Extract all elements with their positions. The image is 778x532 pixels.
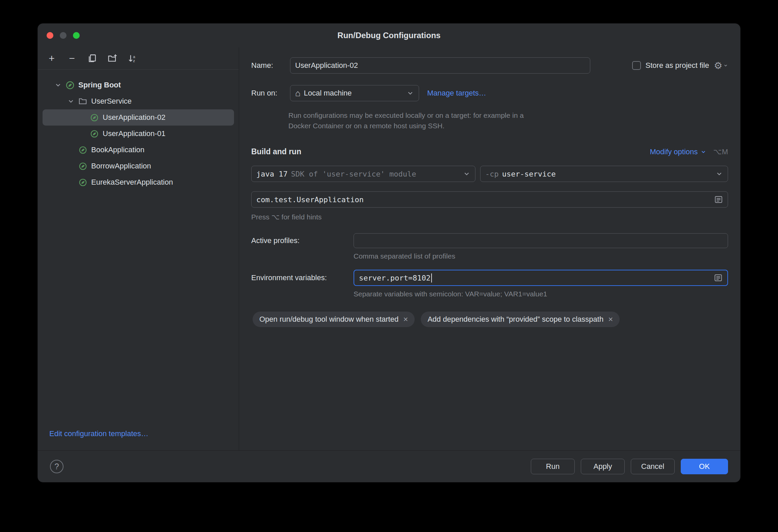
name-row: Name: Store as project file ⚙ [251,57,728,74]
jdk-dropdown[interactable]: java 17 SDK of 'user-service' module [251,166,475,182]
store-as-project-file-label: Store as project file [646,61,709,70]
chip-open-run-debug-tool-window: Open run/debug tool window when started … [253,312,415,327]
tree-item-userapplication-02[interactable]: UserApplication-02 [43,109,234,126]
environment-variables-label: Environment variables: [251,273,354,282]
main-class-field[interactable]: com.test.UserApplication [251,191,728,208]
svg-text:z: z [133,59,135,63]
tree-item-label: UserService [91,97,132,106]
chevron-down-icon[interactable] [64,98,78,105]
run-on-row: Run on: ⌂ Local machine Manage targets… [251,85,728,101]
modify-options-shortcut: ⌥M [713,148,728,156]
spring-boot-icon [89,129,99,139]
run-on-label: Run on: [251,89,290,98]
jdk-description: SDK of 'user-service' module [291,170,416,178]
configurations-tree: Spring Boot UserService UserApplicati [38,70,239,190]
gear-glyph: ⚙ [714,60,722,71]
cp-flag: -cp [485,170,499,178]
build-and-run-header: Build and run Modify options ⌥M [251,147,728,156]
main-class-value: com.test.UserApplication [256,195,364,204]
tree-item-label: BorrowApplication [91,162,151,170]
chip-label: Open run/debug tool window when started [259,315,398,324]
text-cursor [431,273,432,283]
copy-configuration-icon[interactable] [87,53,97,63]
local-machine-icon: ⌂ [295,88,301,99]
build-and-run-title: Build and run [251,147,301,156]
configuration-form: Name: Store as project file ⚙ Run on: [239,47,740,450]
tree-item-spring-boot[interactable]: Spring Boot [43,77,234,93]
run-button[interactable]: Run [531,459,575,474]
modify-options-group: Modify options ⌥M [650,148,728,156]
remove-configuration-icon[interactable]: − [67,53,77,63]
modify-options-link[interactable]: Modify options [650,148,698,156]
folder-icon [78,96,88,106]
environment-variables-field[interactable]: server.port=8102 [354,270,728,286]
spring-boot-icon [78,177,88,187]
footer-buttons: Run Apply Cancel OK [531,459,728,474]
dialog-footer: ? Run Apply Cancel OK [38,450,740,482]
environment-variables-hint: Separate variables with semicolon: VAR=v… [354,290,728,298]
add-configuration-icon[interactable]: + [47,53,57,63]
active-profiles-label: Active profiles: [251,236,354,245]
run-on-value: Local machine [304,89,352,98]
chevron-down-icon [700,149,706,155]
ok-button[interactable]: OK [681,459,728,474]
environment-variables-row: Environment variables: server.port=8102 [251,270,728,286]
desktop-background: Run/Debug Configurations + − az [0,0,778,532]
active-profiles-input[interactable] [359,236,723,245]
sort-alphabetically-icon[interactable]: az [128,53,138,63]
apply-button[interactable]: Apply [581,459,625,474]
run-on-dropdown[interactable]: ⌂ Local machine [290,85,419,101]
active-profiles-field[interactable] [354,233,728,248]
chevron-down-icon [716,170,723,178]
svg-text:a: a [133,54,135,58]
spring-boot-icon [65,80,75,90]
expand-editor-icon[interactable] [714,273,723,282]
chevron-down-icon [407,89,414,97]
manage-targets-link[interactable]: Manage targets… [427,89,486,98]
close-icon[interactable]: × [403,315,408,324]
configurations-sidebar: + − az [38,47,239,450]
name-input[interactable] [295,61,585,70]
name-label: Name: [251,61,290,70]
help-button[interactable]: ? [50,460,63,473]
chevron-down-icon[interactable] [51,81,65,89]
environment-variables-value: server.port=8102 [359,274,431,282]
store-as-project-file-group: Store as project file ⚙ [632,60,728,71]
active-profiles-hint: Comma separated list of profiles [354,252,728,260]
expand-editor-icon[interactable] [714,195,723,204]
run-debug-configurations-dialog: Run/Debug Configurations + − az [37,23,741,482]
tree-item-label: Spring Boot [78,81,121,89]
active-profiles-row: Active profiles: [251,233,728,248]
close-icon[interactable]: × [608,315,613,324]
tree-item-bookapplication[interactable]: BookApplication [43,142,234,158]
dialog-title: Run/Debug Configurations [38,24,740,47]
tree-item-label: UserApplication-01 [103,129,165,138]
sidebar-toolbar: + − az [38,47,239,70]
cp-value: user-service [502,170,556,178]
classpath-dropdown[interactable]: -cp user-service [480,166,728,182]
name-field[interactable] [290,57,590,74]
gear-icon[interactable]: ⚙ [714,60,728,71]
tree-item-label: BookApplication [91,145,145,154]
spring-boot-icon [78,145,88,155]
chip-label: Add dependencies with “provided” scope t… [427,315,603,324]
run-on-hint-text: Run configurations may be executed local… [288,110,525,131]
tree-item-userservice-folder[interactable]: UserService [43,93,234,109]
spring-boot-icon [89,112,99,123]
store-as-project-file-checkbox[interactable] [632,61,641,70]
cancel-button[interactable]: Cancel [631,459,675,474]
tree-item-eurekaserverapplication[interactable]: EurekaServerApplication [43,174,234,190]
tree-item-borrowapplication[interactable]: BorrowApplication [43,158,234,174]
new-folder-icon[interactable] [107,53,118,63]
edit-configuration-templates-link[interactable]: Edit configuration templates… [49,429,149,438]
tree-item-userapplication-01[interactable]: UserApplication-01 [43,126,234,142]
jdk-classpath-row: java 17 SDK of 'user-service' module -cp… [251,166,728,182]
title-bar: Run/Debug Configurations [38,24,740,47]
field-hints-text: Press ⌥ for field hints [251,213,728,221]
chip-add-provided-dependencies: Add dependencies with “provided” scope t… [421,312,620,327]
option-chips-row: Open run/debug tool window when started … [251,312,728,327]
jdk-value: java 17 [256,170,288,178]
spring-boot-icon [78,161,88,171]
chevron-down-icon [463,170,470,178]
tree-item-label: EurekaServerApplication [91,178,173,187]
